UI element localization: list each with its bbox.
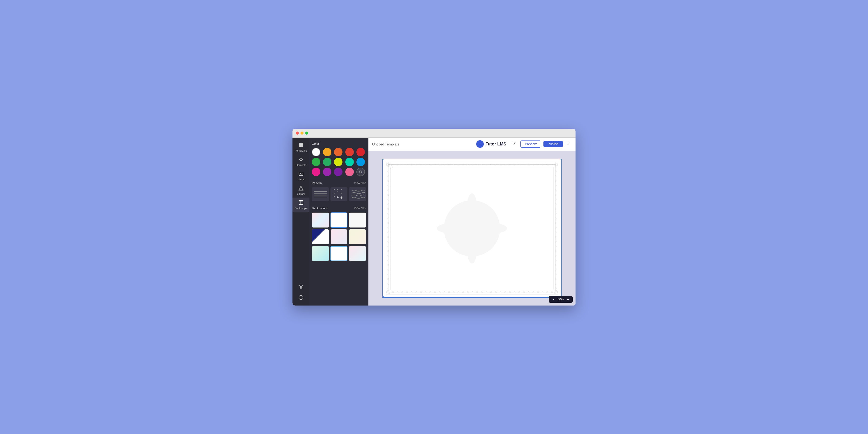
bg-item-dark-triangle[interactable]	[312, 229, 329, 244]
brand-logo: t Tutor LMS	[476, 140, 506, 148]
svg-point-134	[555, 274, 556, 275]
svg-point-4	[300, 158, 302, 161]
color-swatch-purple[interactable]	[323, 168, 331, 176]
bg-item-blue-border[interactable]	[331, 246, 348, 261]
color-swatch-green[interactable]	[312, 158, 320, 166]
bg-item-pastel[interactable]	[312, 212, 329, 228]
svg-point-88	[388, 180, 389, 181]
svg-point-124	[555, 227, 556, 228]
svg-rect-12	[299, 200, 303, 205]
svg-point-114	[555, 180, 556, 181]
background-section-header: Background View all >	[312, 206, 366, 210]
app-window: Templates Elements	[292, 129, 576, 305]
svg-point-170	[542, 291, 544, 293]
minimize-traffic-light[interactable]	[301, 132, 304, 135]
svg-point-39	[430, 164, 431, 165]
color-swatch-teal[interactable]	[345, 158, 354, 166]
bg-item-white2[interactable]	[349, 212, 366, 228]
pattern-item-dots[interactable]: +	[331, 187, 348, 201]
svg-point-117	[555, 194, 556, 195]
svg-point-50	[481, 164, 483, 165]
svg-point-94	[388, 208, 389, 209]
color-swatch-bright-red[interactable]	[356, 148, 365, 156]
color-swatch-dark-green[interactable]	[323, 158, 331, 166]
publish-button[interactable]: Publish	[544, 141, 563, 147]
pattern-view-all[interactable]: View all >	[354, 181, 366, 185]
svg-point-56	[509, 164, 511, 165]
svg-point-64	[547, 164, 548, 165]
svg-point-66	[386, 162, 390, 166]
svg-point-72	[554, 290, 558, 294]
svg-point-52	[490, 164, 492, 165]
svg-point-33	[401, 164, 403, 165]
color-erase-button[interactable]: ⊘	[356, 168, 365, 176]
bg-item-pink-teal[interactable]	[349, 246, 366, 261]
sidebar-item-media[interactable]: Media	[292, 169, 309, 183]
color-section-title: Color	[312, 142, 366, 145]
close-button[interactable]: ×	[565, 141, 572, 147]
svg-point-118	[555, 199, 556, 200]
sidebar-item-templates[interactable]: Templates	[292, 140, 309, 155]
maximize-traffic-light[interactable]	[305, 132, 308, 135]
sidebar-item-elements[interactable]: Elements	[292, 155, 309, 169]
svg-point-137	[555, 288, 556, 289]
color-swatch-blue[interactable]	[356, 158, 365, 166]
backdrops-icon	[299, 200, 304, 206]
canvas-workspace[interactable]: − 80% +	[368, 151, 576, 305]
color-swatch-orange[interactable]	[323, 148, 331, 156]
svg-point-45	[458, 164, 459, 165]
svg-point-17	[334, 189, 335, 190]
handle-bottom-left[interactable]	[382, 296, 384, 298]
handle-top-left[interactable]	[382, 159, 384, 160]
bg-item-pink-gradient[interactable]	[331, 229, 348, 244]
svg-point-162	[504, 291, 506, 293]
pattern-item-lines[interactable]	[312, 187, 329, 201]
svg-point-156	[476, 291, 478, 293]
templates-icon	[299, 142, 304, 148]
preview-button[interactable]: Preview	[520, 140, 541, 147]
color-swatch-pink[interactable]	[345, 168, 354, 176]
svg-point-133	[555, 269, 556, 270]
sidebar-item-layers[interactable]	[292, 282, 309, 293]
svg-point-168	[533, 291, 534, 293]
pattern-item-waves[interactable]	[349, 187, 366, 201]
svg-rect-2	[299, 145, 301, 147]
svg-point-123	[555, 222, 556, 224]
svg-point-127	[555, 241, 556, 242]
color-swatch-orange-red[interactable]	[334, 148, 342, 156]
svg-point-108	[388, 274, 389, 275]
bg-item-white-selected[interactable]	[331, 212, 348, 228]
sidebar-item-info[interactable]: i	[292, 293, 309, 303]
svg-point-147	[434, 291, 436, 293]
svg-point-129	[555, 250, 556, 252]
handle-top-right[interactable]	[560, 159, 562, 160]
zoom-in-icon[interactable]: +	[566, 297, 570, 302]
svg-point-104	[388, 255, 389, 256]
canvas-area: Untitled Template t Tutor LMS ↺	[368, 138, 576, 305]
svg-point-146	[430, 291, 431, 293]
sidebar-item-backdrops[interactable]: Backdrops	[292, 198, 309, 212]
close-traffic-light[interactable]	[296, 132, 299, 135]
undo-button[interactable]: ↺	[510, 140, 518, 148]
color-swatch-yellow-green[interactable]	[334, 158, 342, 166]
svg-point-107	[388, 269, 389, 270]
zoom-level: 80%	[558, 298, 564, 301]
background-view-all[interactable]: View all >	[354, 206, 366, 210]
svg-point-159	[490, 291, 492, 293]
svg-point-155	[472, 291, 473, 293]
svg-rect-30	[391, 167, 553, 290]
color-swatch-red[interactable]	[345, 148, 354, 156]
bg-item-mint[interactable]	[312, 246, 329, 261]
color-swatch-dark-purple[interactable]	[334, 168, 342, 176]
sidebar-bottom: i	[292, 282, 309, 305]
bg-item-beige[interactable]	[349, 229, 366, 244]
svg-point-19	[341, 189, 342, 190]
svg-point-38	[425, 164, 427, 165]
svg-point-48	[472, 164, 473, 165]
svg-point-140	[401, 291, 403, 293]
layers-icon	[299, 284, 304, 290]
sidebar-item-library[interactable]: Library	[292, 183, 309, 198]
color-swatch-white[interactable]	[312, 148, 320, 156]
zoom-out-icon[interactable]: −	[551, 297, 556, 302]
color-swatch-hot-pink[interactable]	[312, 168, 320, 176]
